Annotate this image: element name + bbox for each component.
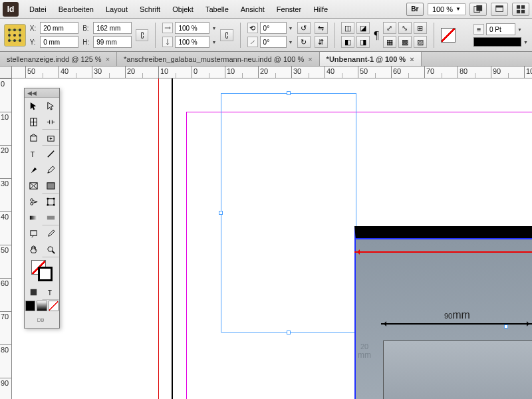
selected-frame[interactable] [221, 93, 356, 332]
x-label: X: [30, 25, 36, 32]
dropdown-arrow-icon[interactable]: ▼ [517, 27, 522, 32]
resize-handle[interactable] [287, 331, 291, 334]
eyedropper-tool[interactable] [42, 225, 59, 241]
close-icon[interactable]: × [106, 55, 110, 63]
scale-y-input[interactable] [175, 36, 209, 48]
document-tab[interactable]: stellenanzeige.indd @ 125 % × [0, 52, 117, 66]
stroke-color-icon[interactable] [38, 267, 53, 281]
free-transform-tool[interactable] [42, 194, 59, 209]
zoom-level-dropdown[interactable]: 100 % ▼ [428, 3, 466, 15]
rectangle-frame-tool[interactable] [25, 178, 42, 194]
width-input[interactable] [93, 22, 132, 34]
fit-frame-button[interactable]: ⤢ [383, 22, 396, 34]
view-options-button[interactable] [469, 3, 487, 16]
auto-fit-button[interactable]: ▨ [414, 36, 427, 48]
document-canvas[interactable]: 90mm 20mm [12, 78, 532, 399]
svg-rect-26 [47, 182, 54, 188]
svg-point-17 [19, 39, 21, 42]
x-input[interactable] [40, 22, 78, 34]
constrain-scale-button[interactable] [220, 29, 233, 41]
height-input[interactable] [93, 36, 132, 48]
flip-vertical-button[interactable]: ⇵ [315, 36, 328, 48]
selection-handle[interactable] [504, 325, 508, 329]
select-container-button[interactable]: ◫ [341, 22, 354, 34]
vertical-ruler[interactable]: 0 10 20 30 40 50 60 70 80 90 100 [0, 78, 12, 399]
formatting-text-button[interactable]: T [42, 284, 59, 300]
menu-file[interactable]: Datei [24, 3, 52, 16]
menu-window[interactable]: Fenster [271, 3, 307, 16]
collapse-icon: ◀◀ [27, 90, 37, 96]
dropdown-arrow-icon[interactable]: ▼ [289, 26, 293, 31]
menu-table[interactable]: Tabelle [200, 3, 234, 16]
inner-frame[interactable] [383, 340, 532, 399]
bridge-button[interactable]: Br [406, 3, 424, 16]
shear-input[interactable] [260, 36, 287, 48]
document-tab-active[interactable]: *Unbenannt-1 @ 100 % × [320, 52, 422, 66]
constrain-wh-button[interactable] [136, 29, 148, 41]
close-icon[interactable]: × [410, 55, 414, 63]
ruler-origin[interactable] [0, 66, 12, 78]
gradient-feather-tool[interactable] [42, 209, 59, 225]
reference-point-proxy[interactable] [4, 24, 26, 47]
fill-swatch[interactable] [441, 28, 456, 43]
scissors-tool[interactable] [25, 194, 42, 209]
selection-tool[interactable] [25, 98, 42, 114]
tab-label: *anschreiben_galabau_mustermann-neu.indd… [124, 55, 304, 63]
apply-none-button[interactable] [49, 301, 59, 311]
svg-rect-29 [47, 198, 53, 204]
rotate-cw-button[interactable]: ↻ [297, 36, 311, 48]
fill-frame-button[interactable]: ▦ [383, 36, 396, 48]
menu-object[interactable]: Objekt [167, 3, 199, 16]
document-tab[interactable]: *anschreiben_galabau_mustermann-neu.indd… [117, 52, 320, 66]
menu-layout[interactable]: Layout [100, 3, 133, 16]
menu-edit[interactable]: Bearbeiten [53, 3, 99, 16]
dropdown-arrow-icon[interactable]: ▼ [289, 40, 293, 45]
gap-tool[interactable] [42, 114, 59, 130]
horizontal-ruler[interactable]: 60 50 40 30 20 10 0 10 20 30 40 50 60 70… [12, 66, 532, 78]
gradient-swatch-tool[interactable] [25, 209, 42, 225]
pencil-tool[interactable] [42, 162, 59, 178]
rectangle-tool[interactable] [42, 178, 59, 194]
center-content-button[interactable]: ⊞ [414, 22, 427, 34]
menu-help[interactable]: Hilfe [308, 3, 333, 16]
rotation-input[interactable] [260, 22, 287, 34]
rotate-ccw-button[interactable]: ↺ [297, 22, 311, 34]
dropdown-arrow-icon[interactable]: ▼ [211, 40, 216, 45]
note-tool[interactable] [25, 225, 42, 241]
zoom-tool[interactable] [42, 241, 59, 257]
fit-content-button[interactable]: ⤡ [398, 22, 412, 34]
select-previous-button[interactable]: ◧ [341, 36, 354, 48]
dropdown-arrow-icon[interactable]: ▼ [523, 40, 528, 45]
panel-header[interactable]: ◀◀ [25, 88, 59, 98]
apply-color-button[interactable] [25, 301, 35, 311]
scale-x-input[interactable] [175, 22, 209, 34]
close-icon[interactable]: × [308, 55, 312, 63]
pen-tool[interactable] [25, 162, 42, 178]
direct-selection-tool[interactable] [42, 98, 59, 114]
flip-horizontal-button[interactable]: ⇋ [315, 22, 328, 34]
content-placer-tool[interactable] [42, 130, 59, 146]
view-mode-buttons[interactable] [25, 312, 59, 328]
select-content-button[interactable]: ◪ [356, 22, 370, 34]
content-collector-tool[interactable] [25, 130, 42, 146]
page-tool[interactable] [25, 114, 42, 130]
arrange-documents-button[interactable] [512, 3, 529, 16]
dropdown-arrow-icon[interactable]: ▼ [211, 26, 216, 31]
resize-handle[interactable] [287, 91, 291, 95]
menu-type[interactable]: Schrift [134, 3, 166, 16]
menu-view[interactable]: Ansicht [235, 3, 270, 16]
screen-mode-button[interactable] [491, 3, 508, 16]
hand-tool[interactable] [25, 241, 42, 257]
resize-handle[interactable] [219, 211, 223, 215]
apply-gradient-button[interactable] [37, 301, 47, 311]
select-next-button[interactable]: ◨ [356, 36, 370, 48]
formatting-container-button[interactable] [25, 284, 42, 300]
tools-panel: ◀◀ T T [24, 88, 60, 329]
type-tool[interactable]: T [25, 146, 42, 162]
fill-stroke-proxy[interactable] [25, 257, 59, 284]
y-input[interactable] [40, 36, 78, 48]
fit-proportionally-button[interactable]: ▩ [398, 36, 412, 48]
stroke-weight-input[interactable] [486, 23, 515, 35]
stroke-style-dropdown[interactable] [473, 37, 521, 47]
line-tool[interactable] [42, 146, 59, 162]
